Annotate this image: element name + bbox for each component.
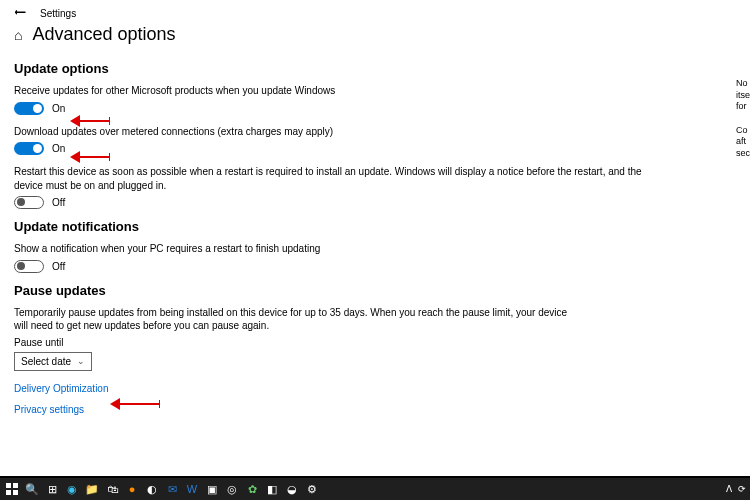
taskbar-word-icon[interactable]: W [184, 481, 200, 497]
link-delivery-optimization[interactable]: Delivery Optimization [14, 383, 736, 394]
opt-receive-state: On [52, 103, 65, 114]
opt-restart-label: Restart this device as soon as possible … [14, 165, 654, 192]
taskbar-edge-icon[interactable]: ◉ [64, 481, 80, 497]
svg-rect-3 [13, 490, 18, 495]
opt-metered-toggle[interactable] [14, 142, 44, 155]
taskbar-store-icon[interactable]: 🛍 [104, 481, 120, 497]
tray-overflow-icon[interactable]: ᐱ [726, 484, 732, 494]
link-privacy-settings[interactable]: Privacy settings [14, 404, 736, 415]
taskbar-app4-icon[interactable]: ◧ [264, 481, 280, 497]
right-side-panel-clipped: No itse for Co aft sec [736, 78, 750, 160]
taskbar-mail-icon[interactable]: ✉ [164, 481, 180, 497]
tray-sync-icon[interactable]: ⟳ [738, 484, 746, 494]
svg-rect-0 [6, 483, 11, 488]
taskbar-app2-icon[interactable]: ◎ [224, 481, 240, 497]
back-button[interactable]: 🠔 [14, 6, 26, 20]
taskbar-taskview-icon[interactable]: ⊞ [44, 481, 60, 497]
taskbar-search-icon[interactable]: 🔍 [24, 481, 40, 497]
opt-metered-label: Download updates over metered connection… [14, 125, 736, 139]
svg-rect-1 [13, 483, 18, 488]
svg-rect-2 [6, 490, 11, 495]
taskbar-firefox-icon[interactable]: ● [124, 481, 140, 497]
section-update-notifications: Update notifications [14, 219, 736, 234]
chevron-down-icon: ⌄ [77, 356, 85, 366]
section-pause-updates: Pause updates [14, 283, 736, 298]
opt-receive-label: Receive updates for other Microsoft prod… [14, 84, 736, 98]
pause-date-select[interactable]: Select date ⌄ [14, 352, 92, 371]
system-tray[interactable]: ᐱ ⟳ [726, 478, 746, 500]
notify-state: Off [52, 261, 65, 272]
start-button[interactable] [4, 481, 20, 497]
taskbar-app-icon[interactable]: ▣ [204, 481, 220, 497]
taskbar-chrome-icon[interactable]: ◐ [144, 481, 160, 497]
page-title: Advanced options [32, 24, 175, 45]
opt-restart-toggle[interactable] [14, 196, 44, 209]
opt-receive-toggle[interactable] [14, 102, 44, 115]
opt-metered-state: On [52, 143, 65, 154]
taskbar-settings-icon[interactable]: ⚙ [304, 481, 320, 497]
opt-restart-state: Off [52, 197, 65, 208]
app-name: Settings [40, 8, 76, 19]
taskbar: 🔍 ⊞ ◉ 📁 🛍 ● ◐ ✉ W ▣ ◎ ✿ ◧ ◒ ⚙ [0, 478, 750, 500]
taskbar-explorer-icon[interactable]: 📁 [84, 481, 100, 497]
pause-until-label: Pause until [14, 337, 736, 348]
pause-date-value: Select date [21, 356, 71, 367]
section-update-options: Update options [14, 61, 736, 76]
notify-label: Show a notification when your PC require… [14, 242, 736, 256]
notify-toggle[interactable] [14, 260, 44, 273]
taskbar-app5-icon[interactable]: ◒ [284, 481, 300, 497]
pause-desc: Temporarily pause updates from being ins… [14, 306, 574, 333]
home-icon[interactable]: ⌂ [14, 27, 22, 43]
taskbar-app3-icon[interactable]: ✿ [244, 481, 260, 497]
